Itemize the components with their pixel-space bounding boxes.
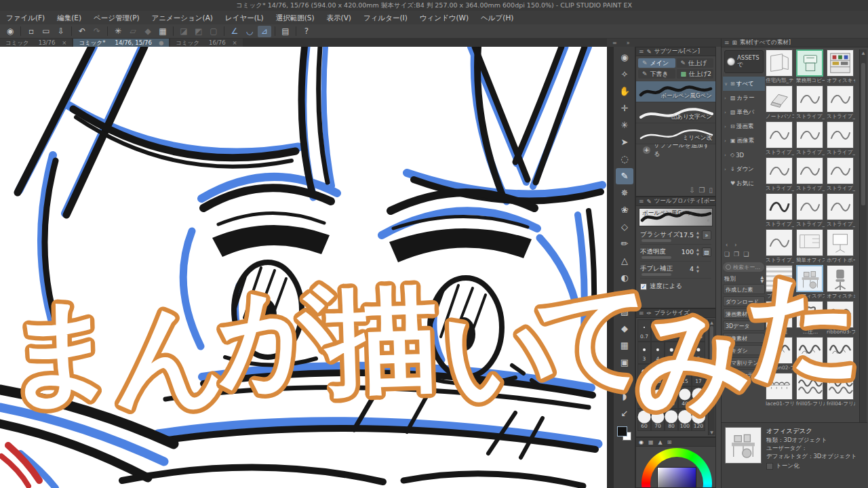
tone-checkbox[interactable]	[766, 463, 773, 470]
brush-size-scrollbar[interactable]: ▲ ▼	[708, 319, 715, 435]
brush-size-30[interactable]: 30	[665, 386, 678, 409]
material-thumbnail-ribbon[interactable]	[827, 301, 854, 328]
material-thumbnail-blind[interactable]	[766, 265, 793, 292]
subtool-group-1[interactable]: ✎仕上げ	[677, 58, 714, 68]
save-icon[interactable]: ⇩	[54, 26, 68, 37]
material-thumbnail-room[interactable]	[766, 49, 793, 77]
material-item[interactable]: ブラインド	[766, 265, 794, 300]
brush-size-1[interactable]: 1	[651, 319, 665, 342]
slider-track[interactable]	[642, 239, 671, 242]
material-item[interactable]: ストライプ_R-	[796, 157, 825, 192]
panel-menu-icon[interactable]: ≡	[639, 198, 644, 205]
material-scrollbar[interactable]: ▲ ▼	[859, 49, 867, 456]
material-item[interactable]: …圧…	[796, 301, 825, 336]
crop-icon[interactable]: ▦	[156, 26, 170, 37]
material-tree-item-3[interactable]: ›⊟漫画素	[723, 119, 765, 134]
material-tag-3[interactable]: 3Dデータ	[723, 321, 765, 331]
lock-icon[interactable]: ◦	[707, 218, 710, 224]
subtool-group-3[interactable]: ▩仕上げ2	[677, 69, 714, 79]
material-thumbnail-wave[interactable]	[766, 157, 793, 184]
brush-size-0.7[interactable]: 0.7	[637, 319, 651, 342]
stepper-icon[interactable]: ▲▼	[695, 230, 701, 240]
selection-tool[interactable]: ◌	[616, 151, 633, 167]
eraser-tool[interactable]: ◇	[616, 219, 633, 235]
material-thumbnail-desk[interactable]	[796, 265, 823, 292]
brush-size-1.5[interactable]: 1.5	[665, 319, 678, 342]
material-tag-5[interactable]: フキダシ	[723, 345, 765, 355]
material-thumbnail-room2[interactable]	[766, 301, 793, 328]
material-item[interactable]: 住宅内部_テ	[766, 49, 794, 84]
eyedropper-tool[interactable]: ✧	[616, 66, 633, 83]
dock-menu-icon[interactable]: ≡	[612, 40, 617, 46]
material-tree-item-5[interactable]: ›◇3D	[723, 148, 765, 162]
material-item[interactable]: ストライプ_W-	[827, 157, 855, 192]
material-thumbnail-copier[interactable]	[796, 49, 823, 77]
airbrush-tool[interactable]: ✵	[616, 185, 633, 201]
menu-item-9[interactable]: ヘルプ(H)	[475, 11, 519, 24]
material-item[interactable]: オフィスデス	[796, 265, 825, 300]
material-item[interactable]: ストライプ_N-	[827, 85, 855, 120]
material-tree-item-2[interactable]: ›▧単色パ	[723, 105, 765, 119]
material-search-input[interactable]: 検索キー…	[723, 262, 764, 272]
material-item[interactable]: オフィスキャビ	[827, 49, 855, 84]
layer-icon-3[interactable]: ▢	[207, 26, 220, 37]
object-tool[interactable]: ➤	[616, 134, 633, 150]
current-brush-preview[interactable]: ボールペン風Gペン ◦	[639, 208, 713, 226]
history-forward-icon[interactable]: ›	[734, 242, 736, 248]
material-thumbnail-wave[interactable]	[827, 157, 854, 184]
refresh-icon[interactable]: ✳	[111, 26, 125, 37]
material-tree-item-1[interactable]: ›▨カラー	[723, 91, 765, 105]
material-item[interactable]: ノートパソコン	[766, 85, 794, 120]
brush-size-50[interactable]: 50	[692, 386, 705, 409]
material-thumbnail-wave[interactable]	[766, 121, 793, 148]
material-item[interactable]: frill04-フリル	[827, 373, 855, 407]
brush-item-1[interactable]: 山あり文字ペン	[636, 102, 715, 123]
material-thumbnail-ribbon[interactable]	[766, 337, 793, 364]
material-item[interactable]: ストライプ_G-	[766, 157, 794, 192]
field-value[interactable]: 4	[690, 265, 694, 272]
material-thumbnail-wave[interactable]	[796, 85, 823, 113]
brush-size-7[interactable]: 7	[692, 342, 705, 364]
snap-curve-icon[interactable]: ◡	[243, 26, 256, 37]
fill-tool[interactable]: ◆	[616, 321, 633, 337]
material-thumbnail-frill[interactable]	[827, 373, 854, 400]
folder-icon-0[interactable]: ❏	[724, 251, 730, 258]
color-wheel-tab-icon[interactable]: ◉	[639, 439, 644, 445]
material-item[interactable]: ストライプ_F-	[827, 193, 855, 228]
material-thumbnail-whiteboard[interactable]	[827, 229, 854, 256]
material-item[interactable]: ストライプ_T-	[827, 121, 855, 156]
color-slider-tab-icon[interactable]: ▦	[648, 439, 654, 445]
field-option-button[interactable]: ▧	[702, 247, 711, 257]
material-item[interactable]: ストライプ_E-	[796, 193, 825, 228]
snap-special-icon[interactable]: ⊿	[258, 26, 271, 37]
material-thumbnail-wave[interactable]	[827, 193, 854, 220]
canvas[interactable]	[0, 47, 608, 488]
grid-tool[interactable]: ⊞	[616, 287, 633, 303]
material-thumbnail-shelf[interactable]	[827, 49, 854, 77]
subtool-group-0[interactable]: ✎メイン	[638, 58, 675, 68]
brush-size-8[interactable]: 8	[637, 364, 651, 386]
blend-tool[interactable]: ◐	[616, 270, 633, 286]
brush-size-17[interactable]: 17	[692, 364, 705, 386]
duplicate-subtool-icon[interactable]: ❐	[699, 186, 705, 194]
brush-size-25[interactable]: 25	[651, 386, 665, 409]
material-thumbnail-wave[interactable]	[827, 85, 854, 113]
material-item[interactable]: ストライプ_S-	[796, 121, 825, 156]
scroll-down-icon[interactable]: ▼	[709, 430, 715, 434]
brush-size-40[interactable]: 40	[678, 386, 692, 409]
text-tool[interactable]: A	[616, 371, 633, 388]
menu-item-5[interactable]: 選択範囲(S)	[270, 11, 321, 24]
material-thumbnail-ribbon[interactable]	[796, 337, 823, 364]
zoom-tool[interactable]: ◉	[616, 49, 633, 66]
brush-size-6[interactable]: 6	[678, 342, 692, 364]
scroll-up-icon[interactable]: ▲	[860, 50, 867, 55]
material-tree-item-7[interactable]: ♥お気に	[723, 176, 765, 190]
brush-size-15[interactable]: 15	[678, 364, 692, 386]
color-swatches[interactable]	[617, 426, 633, 444]
material-thumbnail-wavebold[interactable]	[766, 193, 793, 220]
material-item[interactable]: 東部屋	[766, 301, 794, 336]
material-tree-item-6[interactable]: ›⇓ダウン	[723, 162, 765, 176]
brush-size-20[interactable]: 20	[637, 386, 651, 409]
layer-icon-2[interactable]: ◩	[192, 26, 205, 37]
material-tag-1[interactable]: ダウンロード	[723, 296, 765, 306]
